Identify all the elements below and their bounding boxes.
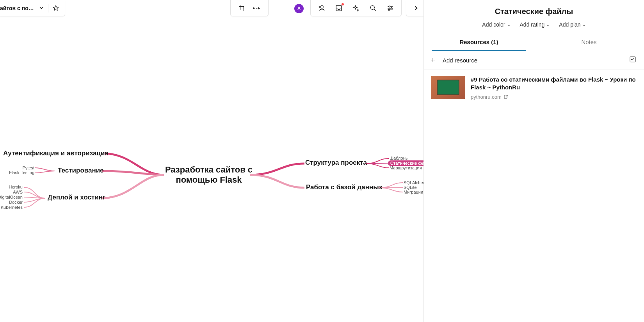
sidebar-tabs: Resources (1) Notes xyxy=(424,33,644,51)
add-resource-label: Add resource xyxy=(443,57,629,64)
node-center[interactable]: Разработка сайтов с помощью Flask xyxy=(162,165,256,185)
node-database[interactable]: Работа с базой данных xyxy=(306,183,382,191)
leaf-docker[interactable]: Docker xyxy=(0,200,23,205)
node-structure[interactable]: Структура проекта xyxy=(305,159,367,167)
resource-item[interactable]: #9 Работа со статическими файлами во Fla… xyxy=(424,69,644,106)
leaf-flask-testing[interactable]: Flask-Testing xyxy=(4,170,34,175)
add-rating[interactable]: Add rating⌄ xyxy=(520,21,550,28)
details-sidebar: Статические файлы Add color⌄ Add rating⌄… xyxy=(423,0,644,322)
leaf-aws[interactable]: AWS xyxy=(0,190,23,194)
leaf-heroku[interactable]: Heroku xyxy=(0,185,23,189)
leaf-kubernetes[interactable]: Kubernetes xyxy=(0,205,23,210)
node-auth[interactable]: Аутентификация и авторизация xyxy=(3,149,109,157)
resource-source: pythonru.com xyxy=(471,94,637,100)
tab-notes[interactable]: Notes xyxy=(534,33,644,51)
sidebar-title: Статические файлы xyxy=(424,0,644,21)
resource-thumbnail xyxy=(431,76,465,99)
leaf-sqlite[interactable]: SQLite xyxy=(404,185,417,190)
chevron-down-icon: ⌄ xyxy=(582,22,586,27)
resource-body: #9 Работа со статическими файлами во Fla… xyxy=(471,76,637,100)
tab-resources[interactable]: Resources (1) xyxy=(424,33,534,51)
add-plan[interactable]: Add plan⌄ xyxy=(559,21,585,28)
node-testing[interactable]: Тестирование xyxy=(58,167,104,174)
checkbox-icon[interactable] xyxy=(629,56,637,64)
leaf-templates[interactable]: Шаблоны xyxy=(390,156,409,160)
node-deploy[interactable]: Деплой и хостинг xyxy=(48,194,105,201)
chevron-down-icon: ⌄ xyxy=(507,22,511,27)
plus-icon: + xyxy=(431,56,439,64)
add-color[interactable]: Add color⌄ xyxy=(482,21,510,28)
external-link-icon xyxy=(503,94,508,99)
sidebar-meta: Add color⌄ Add rating⌄ Add plan⌄ xyxy=(424,21,644,33)
leaf-routing[interactable]: Маршрутизация xyxy=(390,165,422,170)
leaf-migrations[interactable]: Миграции xyxy=(404,190,423,194)
resource-title: #9 Работа со статическими файлами во Fla… xyxy=(471,76,637,92)
add-resource-row[interactable]: + Add resource xyxy=(424,51,644,69)
leaf-digitalocean[interactable]: DigitalOcean xyxy=(0,195,23,199)
leaf-pytest[interactable]: Pytest xyxy=(4,165,34,170)
chevron-down-icon: ⌄ xyxy=(546,22,550,27)
